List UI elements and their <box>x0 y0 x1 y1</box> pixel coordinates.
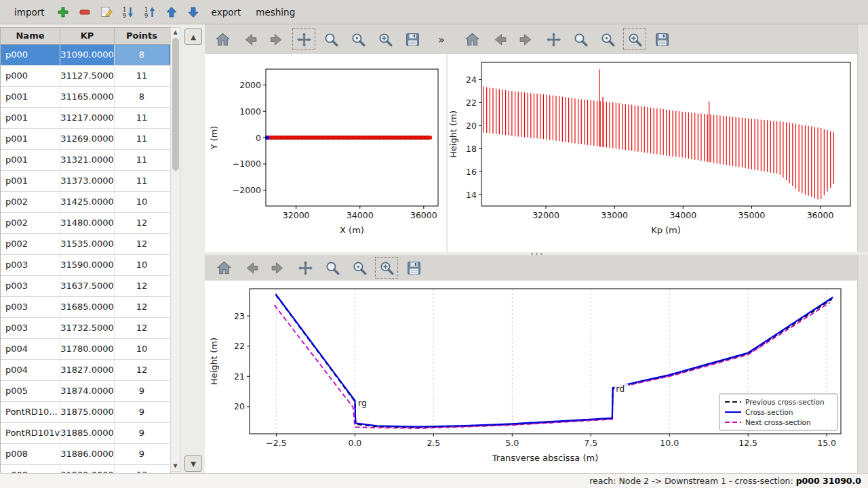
scroll-down-icon[interactable]: ▼ <box>171 462 180 471</box>
zoom-button[interactable] <box>570 29 591 49</box>
scroll-up-icon[interactable]: ▲ <box>171 28 180 37</box>
sort-asc-icon[interactable]: 19 <box>140 3 159 22</box>
cell-points[interactable]: 8 <box>115 87 169 107</box>
pager-down-button[interactable]: ▼ <box>184 455 202 472</box>
table-row[interactable]: p00331732.500012 <box>1 318 170 339</box>
cell-kp[interactable]: 31425.0000 <box>60 192 115 212</box>
home-button[interactable] <box>461 29 483 49</box>
menu-meshing[interactable]: meshing <box>248 4 302 20</box>
cell-points[interactable]: 11 <box>115 66 169 86</box>
table-row[interactable]: p00531874.00009 <box>1 381 170 402</box>
forward-button[interactable] <box>266 29 288 49</box>
cell-kp[interactable]: 31090.0000 <box>60 45 115 65</box>
pan-button[interactable] <box>294 258 316 278</box>
cell-points[interactable]: 11 <box>115 150 169 170</box>
zoom-adjust-button[interactable] <box>374 29 396 49</box>
cell-kp[interactable]: 31590.0000 <box>60 255 115 275</box>
cell-points[interactable]: 12 <box>115 234 169 254</box>
right-scroll-strip-top[interactable] <box>857 24 868 252</box>
table-row[interactable]: p00231425.000010 <box>1 192 170 213</box>
table-scrollbar[interactable]: ▲ ▼ <box>170 27 180 472</box>
menu-import[interactable]: import <box>7 4 52 20</box>
cell-name[interactable]: p004 <box>1 339 60 359</box>
longitudinal-profile-plot[interactable]: 3200033000340003500036000141618202224Kp … <box>448 54 857 252</box>
cell-points[interactable]: 12 <box>115 276 169 296</box>
table-row[interactable]: p00231535.000012 <box>1 234 170 255</box>
cell-points[interactable]: 12 <box>115 297 169 317</box>
cell-kp[interactable]: 31827.0000 <box>60 360 115 380</box>
table-row[interactable]: p00431827.000012 <box>1 360 170 381</box>
cell-points[interactable]: 9 <box>115 381 169 401</box>
cell-points[interactable]: 9 <box>115 444 169 464</box>
table-row[interactable]: p00031090.00008 <box>1 45 170 66</box>
pan-button[interactable] <box>542 29 564 49</box>
forward-button[interactable] <box>515 29 537 49</box>
add-icon[interactable] <box>54 3 73 22</box>
table-row[interactable]: p00331685.000012 <box>1 297 170 318</box>
cell-points[interactable]: 11 <box>115 129 169 149</box>
scrollbar-thumb[interactable] <box>172 38 179 171</box>
column-header-name[interactable]: Name <box>1 28 60 44</box>
cell-kp[interactable]: 31269.0000 <box>60 129 115 149</box>
cell-kp[interactable]: 31637.5000 <box>60 276 115 296</box>
zoom-button[interactable] <box>321 258 343 278</box>
menu-export[interactable]: export <box>204 4 249 20</box>
cell-points[interactable]: 12 <box>115 213 169 233</box>
edit-icon[interactable] <box>97 3 116 22</box>
cell-name[interactable]: p002 <box>1 234 60 254</box>
back-button[interactable] <box>240 258 262 278</box>
cell-points[interactable]: 10 <box>115 255 169 275</box>
cell-name[interactable]: p005 <box>1 381 60 401</box>
table-row[interactable]: p00131269.000011 <box>1 129 170 150</box>
table-row[interactable]: p00131321.000011 <box>1 150 170 171</box>
cell-name[interactable]: p001 <box>1 150 60 170</box>
table-row[interactable]: PontRD101v31885.00009 <box>1 423 170 444</box>
cell-kp[interactable]: 31480.0000 <box>60 213 115 233</box>
cell-name[interactable]: p003 <box>1 276 60 296</box>
cell-name[interactable]: p003 <box>1 255 60 275</box>
cell-points[interactable]: 10 <box>115 192 169 212</box>
zoom-adjust-button[interactable] <box>624 29 646 49</box>
plan-view-plot[interactable]: 320003400036000−2000−1000010002000X (m)Y… <box>205 54 446 252</box>
cell-kp[interactable]: 31886.0000 <box>60 444 115 464</box>
zoom-mark-button[interactable] <box>597 29 618 49</box>
home-button[interactable] <box>213 258 235 278</box>
zoom-button[interactable] <box>320 29 342 49</box>
cell-points[interactable]: 11 <box>115 171 169 191</box>
cell-points[interactable]: 11 <box>115 108 169 128</box>
table-row[interactable]: p00331637.500012 <box>1 276 170 297</box>
cell-name[interactable]: p001 <box>1 87 60 107</box>
table-row[interactable]: PontRD10...31875.00009 <box>1 402 170 423</box>
cell-name[interactable]: p000 <box>1 66 60 86</box>
cell-name[interactable]: p003 <box>1 318 60 338</box>
cell-name[interactable]: p001 <box>1 129 60 149</box>
cell-kp[interactable]: 31885.0000 <box>60 423 115 443</box>
right-scroll-strip-bottom[interactable] <box>857 255 868 473</box>
cross-section-plot[interactable]: −2.50.02.55.07.510.012.515.020212223Tran… <box>205 281 857 473</box>
save-button[interactable] <box>651 29 673 49</box>
cell-kp[interactable]: 31780.0000 <box>60 339 115 359</box>
cell-points[interactable]: 8 <box>115 45 169 65</box>
cell-kp[interactable]: 31732.5000 <box>60 318 115 338</box>
save-button[interactable] <box>401 29 423 49</box>
table-row[interactable]: p00131165.00008 <box>1 87 170 108</box>
cell-points[interactable]: 12 <box>115 360 169 380</box>
cell-name[interactable]: p004 <box>1 360 60 380</box>
table-row[interactable]: p00331590.000010 <box>1 255 170 276</box>
home-button[interactable] <box>212 29 233 49</box>
table-row[interactable]: p00131217.000011 <box>1 108 170 129</box>
cell-kp[interactable]: 31373.0000 <box>60 171 115 191</box>
remove-icon[interactable] <box>75 3 94 22</box>
cell-kp[interactable]: 31874.0000 <box>60 381 115 401</box>
cell-name[interactable]: p002 <box>1 192 60 212</box>
cell-points[interactable]: 12 <box>115 318 169 338</box>
cell-points[interactable]: 9 <box>115 402 169 422</box>
sort-desc-icon[interactable]: 19 <box>119 3 138 22</box>
back-button[interactable] <box>239 29 260 49</box>
cell-name[interactable]: p001 <box>1 108 60 128</box>
move-up-icon[interactable] <box>162 3 181 22</box>
table-row[interactable]: p00131373.000011 <box>1 171 170 192</box>
table-row[interactable]: p00831886.00009 <box>1 444 170 465</box>
cell-points[interactable]: 9 <box>115 423 169 443</box>
pan-button[interactable] <box>293 29 315 49</box>
